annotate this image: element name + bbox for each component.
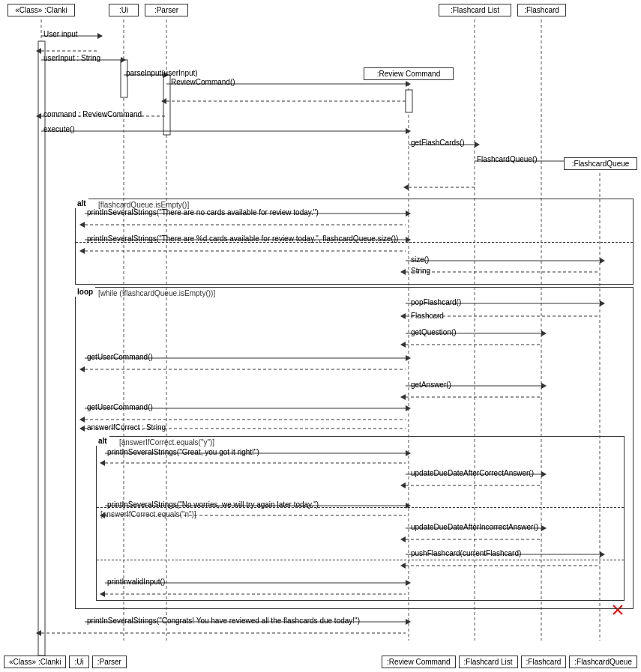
label-execute: execute() — [43, 125, 75, 133]
lifeline-ui: :Ui — [109, 4, 139, 16]
label-update-incorrect: updateDueDateAfterIncorrectAnswer() — [411, 523, 538, 531]
footer-flashcardlist: :Flashcard List — [459, 656, 518, 668]
label-getquestion: getQuestion() — [411, 328, 457, 336]
footer-ui: :Ui — [69, 656, 88, 668]
footer-parser: :Parser — [92, 656, 127, 668]
label-update-correct: updateDueDateAfterCorrectAnswer() — [411, 469, 534, 477]
footer-clanki: «Class» :Clanki — [4, 656, 66, 668]
label-userinput-string: userInput : String — [43, 54, 100, 62]
svg-marker-24 — [36, 113, 41, 119]
fragment-alt-inner-guard2: [answerIfCorrect.equals("n")] — [100, 510, 196, 518]
svg-rect-9 — [163, 75, 170, 135]
svg-marker-16 — [121, 57, 126, 63]
footer-flashcardqueue: :FlashcardQueue — [569, 656, 637, 668]
lifeline-flashcardlist: :Flashcard List — [439, 4, 511, 16]
svg-rect-8 — [121, 60, 127, 97]
label-size: size() — [411, 255, 429, 264]
svg-rect-7 — [38, 41, 45, 656]
label-print-d-cards: printInSeveralStrings("There are %d card… — [87, 234, 398, 243]
label-print-great: printInSeveralStrings("Great, you got it… — [107, 448, 259, 456]
svg-marker-20 — [406, 81, 411, 87]
label-print-noworries: printInSeveralStrings("No worries, we wi… — [107, 500, 319, 509]
svg-marker-12 — [97, 33, 103, 39]
label-parseinput: parseInput(userInput) — [126, 69, 198, 77]
label-print-no-cards: printInSeveralStrings("There are no card… — [87, 208, 319, 217]
fragment-alt-inner: alt [answerIfCorrect.equals("y")] [answe… — [96, 436, 625, 601]
lifeline-flashcard: :Flashcard — [517, 4, 566, 16]
fragment-alt-inner-guard1: [answerIfCorrect.equals("y")] — [119, 438, 214, 447]
label-getusercommand1: getUserCommand() — [87, 353, 153, 361]
fragment-alt-label: alt — [75, 199, 88, 208]
svg-marker-14 — [36, 48, 41, 54]
label-getusercommand2: getUserCommand() — [87, 403, 153, 411]
svg-marker-32 — [403, 184, 409, 190]
label-popflashcard: popFlashcard() — [411, 298, 461, 306]
svg-marker-94 — [406, 619, 411, 625]
label-pushflashcard: pushFlashcard(currentFlashcard) — [411, 549, 521, 557]
label-string-return: String — [411, 267, 430, 275]
svg-marker-28 — [475, 142, 480, 148]
lifeline-clanki: «Class» :Clanki — [7, 4, 75, 16]
label-flashcard-return: Flashcard — [411, 312, 444, 320]
fragment-alt-inner-label: alt — [96, 436, 109, 446]
footer-reviewcmd: :Review Command — [382, 656, 455, 668]
lifeline-reviewcmd: :Review Command — [364, 67, 454, 80]
svg-marker-22 — [161, 98, 166, 104]
label-user-input: User input — [43, 30, 78, 38]
diagram-container: «Class» :Clanki :Ui :Parser :Flashcard L… — [0, 0, 641, 672]
lifeline-flashcardqueue: :FlashcardQueue — [564, 157, 637, 170]
footer-flashcard: :Flashcard — [521, 656, 567, 668]
svg-marker-96 — [36, 630, 41, 636]
label-answerifcorrect: answerIfCorrect : String — [87, 423, 166, 432]
label-getanswer: getAnswer() — [411, 381, 451, 389]
label-getflashcards: getFlashCards() — [411, 139, 465, 147]
label-print-congrats: printInSeveralStrings("Congrats! You hav… — [87, 617, 360, 625]
footer-lifelines: «Class» :Clanki :Ui :Parser :Review Comm… — [0, 656, 641, 668]
svg-rect-10 — [406, 90, 412, 112]
lifeline-parser: :Parser — [145, 4, 188, 16]
label-flashcardqueue-call: FlashcardQueue() — [477, 155, 538, 163]
label-command-return: command : ReviewCommand — [43, 110, 142, 118]
label-printinvalidinput: printInvalidInput() — [107, 578, 165, 586]
fragment-loop-guard: [while (!flashcardQueue.isEmpty())] — [98, 289, 215, 297]
label-reviewcommand: ReviewCommand() — [171, 78, 235, 86]
svg-marker-26 — [406, 128, 411, 134]
fragment-loop-label: loop — [75, 287, 95, 297]
